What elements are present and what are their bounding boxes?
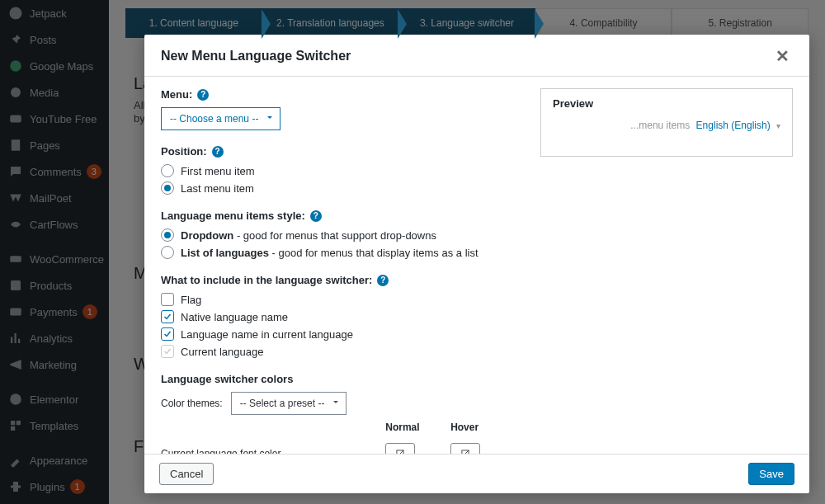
cancel-button[interactable]: Cancel bbox=[159, 463, 214, 485]
radio-icon bbox=[161, 164, 174, 177]
position-option-first[interactable]: First menu item bbox=[161, 164, 516, 177]
radio-icon bbox=[161, 181, 174, 195]
color-table: Normal Hover Current language font color… bbox=[161, 422, 516, 454]
checkbox-icon bbox=[161, 293, 174, 306]
include-option-current[interactable]: Current language bbox=[161, 345, 516, 358]
menu-label: Menu:? bbox=[161, 88, 516, 101]
style-label: Language menu items style:? bbox=[161, 210, 516, 222]
sidebar-overlay bbox=[0, 0, 109, 504]
column-normal: Normal bbox=[385, 422, 450, 433]
include-option-native[interactable]: Native language name bbox=[161, 310, 516, 323]
option-label: List of languages - good for menus that … bbox=[181, 247, 478, 259]
checkbox-icon bbox=[161, 327, 174, 341]
select-value: -- Choose a menu -- bbox=[170, 113, 258, 125]
help-icon[interactable]: ? bbox=[212, 146, 224, 158]
include-option-flag[interactable]: Flag bbox=[161, 293, 516, 306]
font-color-hover-swatch[interactable] bbox=[450, 443, 480, 454]
style-option-list[interactable]: List of languages - good for menus that … bbox=[161, 246, 516, 259]
modal-body: Preview ...menu items English (English) … bbox=[144, 77, 809, 454]
font-color-normal-swatch[interactable] bbox=[385, 443, 415, 454]
help-icon[interactable]: ? bbox=[310, 210, 322, 222]
modal-dialog: New Menu Language Switcher ✕ Preview ...… bbox=[144, 35, 809, 493]
preview-title: Preview bbox=[553, 97, 780, 110]
preview-panel: Preview ...menu items English (English) … bbox=[540, 88, 793, 157]
option-label: Native language name bbox=[181, 311, 288, 323]
position-label: Position:? bbox=[161, 145, 516, 158]
themes-label: Color themes: bbox=[161, 398, 223, 409]
chevron-down-icon: ▾ bbox=[776, 121, 780, 130]
select-value: -- Select a preset -- bbox=[240, 398, 325, 409]
include-label: What to include in the language switcher… bbox=[161, 274, 516, 286]
help-icon[interactable]: ? bbox=[377, 275, 389, 286]
help-icon[interactable]: ? bbox=[197, 89, 209, 101]
option-label: Current language bbox=[181, 346, 263, 358]
option-label: Last menu item bbox=[181, 182, 254, 195]
radio-icon bbox=[161, 228, 174, 242]
chevron-down-icon bbox=[331, 398, 341, 410]
menu-select[interactable]: -- Choose a menu -- bbox=[161, 107, 280, 130]
close-icon[interactable]: ✕ bbox=[772, 46, 793, 66]
chevron-down-icon bbox=[265, 113, 275, 125]
modal-footer: Cancel Save bbox=[144, 454, 809, 493]
preview-line: ...menu items English (English) ▾ bbox=[553, 120, 780, 131]
position-option-last[interactable]: Last menu item bbox=[161, 181, 516, 195]
color-row-label: Current language font color bbox=[161, 448, 385, 454]
include-option-currentlang[interactable]: Language name in current language bbox=[161, 327, 516, 341]
modal-header: New Menu Language Switcher ✕ bbox=[144, 35, 809, 77]
column-hover: Hover bbox=[450, 422, 516, 433]
save-button[interactable]: Save bbox=[748, 463, 794, 485]
option-label: Flag bbox=[181, 294, 201, 306]
option-label: First menu item bbox=[181, 165, 255, 177]
preview-items-text: ...menu items bbox=[630, 120, 690, 131]
preview-language-link[interactable]: English (English) bbox=[696, 120, 771, 131]
style-option-dropdown[interactable]: Dropdown - good for menus that support d… bbox=[161, 228, 516, 242]
checkbox-icon bbox=[161, 345, 174, 358]
colors-label: Language switcher colors bbox=[161, 373, 516, 385]
color-theme-select[interactable]: -- Select a preset -- bbox=[231, 392, 347, 415]
option-label: Dropdown - good for menus that support d… bbox=[181, 229, 436, 242]
option-label: Language name in current language bbox=[181, 328, 353, 341]
modal-title: New Menu Language Switcher bbox=[161, 49, 351, 64]
radio-icon bbox=[161, 246, 174, 259]
checkbox-icon bbox=[161, 310, 174, 323]
